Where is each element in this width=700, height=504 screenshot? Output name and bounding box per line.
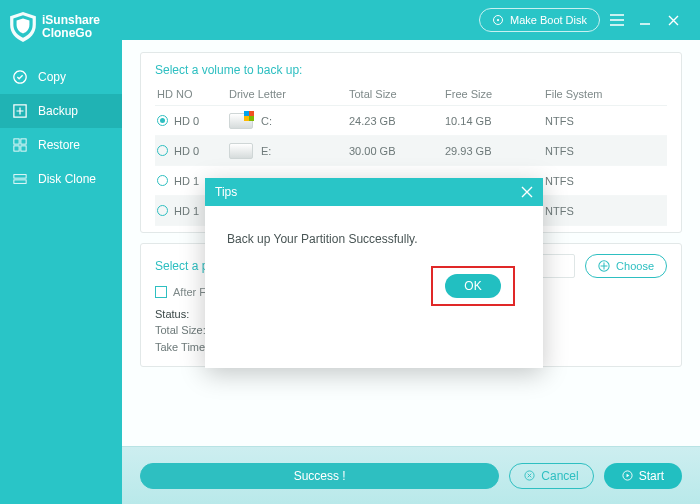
- radio-icon[interactable]: [157, 115, 168, 126]
- svg-rect-1: [14, 139, 19, 144]
- sidebar-item-label: Restore: [38, 138, 80, 152]
- cell-free: 10.14 GB: [445, 115, 545, 127]
- progress-label: Success !: [140, 463, 499, 489]
- copy-icon: [12, 69, 28, 85]
- sidebar-item-diskclone[interactable]: Disk Clone: [0, 162, 122, 196]
- table-header: HD NO Drive Letter Total Size Free Size …: [155, 83, 667, 106]
- cell-total: 24.23 GB: [349, 115, 445, 127]
- sidebar: iSunshare CloneGo Copy Backup Restore Di…: [0, 0, 122, 504]
- svg-rect-4: [21, 146, 26, 151]
- radio-icon[interactable]: [157, 175, 168, 186]
- menu-button[interactable]: [606, 9, 628, 31]
- sidebar-item-backup[interactable]: Backup: [0, 94, 122, 128]
- radio-icon[interactable]: [157, 205, 168, 216]
- cell-hd: HD 0: [174, 145, 199, 157]
- close-icon: [668, 15, 679, 26]
- dialog-close-button[interactable]: [521, 184, 533, 201]
- col-total: Total Size: [349, 88, 445, 100]
- destination-title: Select a p: [155, 259, 208, 273]
- col-fs: File System: [545, 88, 667, 100]
- restore-icon: [12, 137, 28, 153]
- sidebar-item-copy[interactable]: Copy: [0, 60, 122, 94]
- sidebar-item-label: Disk Clone: [38, 172, 96, 186]
- backup-icon: [12, 103, 28, 119]
- dialog-message: Back up Your Partition Successfully.: [205, 206, 543, 256]
- svg-rect-3: [14, 146, 19, 151]
- table-row[interactable]: HD 0 E: 30.00 GB 29.93 GB NTFS: [155, 136, 667, 166]
- dialog-titlebar[interactable]: Tips: [205, 178, 543, 206]
- checkbox-icon: [155, 286, 167, 298]
- col-drive: Drive Letter: [229, 88, 349, 100]
- start-button[interactable]: Start: [604, 463, 682, 489]
- app-title-line2: CloneGo: [42, 27, 100, 40]
- col-free: Free Size: [445, 88, 545, 100]
- windows-drive-icon: [229, 113, 253, 129]
- topbar: Make Boot Disk: [122, 0, 700, 40]
- minimize-icon: [639, 14, 651, 26]
- cell-total: 30.00 GB: [349, 145, 445, 157]
- bottombar: Success ! Cancel Start: [122, 446, 700, 504]
- dialog-title: Tips: [215, 185, 237, 199]
- col-hdno: HD NO: [155, 88, 229, 100]
- ok-highlight: OK: [431, 266, 515, 306]
- cell-free: 29.93 GB: [445, 145, 545, 157]
- disc-icon: [492, 14, 504, 26]
- minimize-button[interactable]: [634, 9, 656, 31]
- close-button[interactable]: [662, 9, 684, 31]
- cell-hd: HD 0: [174, 115, 199, 127]
- tips-dialog: Tips Back up Your Partition Successfully…: [205, 178, 543, 368]
- app-logo: iSunshare CloneGo: [0, 0, 122, 60]
- shield-icon: [10, 12, 36, 42]
- plus-circle-icon: [598, 260, 610, 272]
- svg-rect-6: [14, 180, 26, 184]
- hamburger-icon: [610, 14, 624, 26]
- radio-icon[interactable]: [157, 145, 168, 156]
- ok-button[interactable]: OK: [445, 274, 501, 298]
- make-boot-disk-button[interactable]: Make Boot Disk: [479, 8, 600, 32]
- button-label: Choose: [616, 260, 654, 272]
- button-label: Cancel: [541, 469, 578, 483]
- svg-rect-5: [14, 175, 26, 179]
- svg-point-8: [497, 19, 499, 21]
- diskclone-icon: [12, 171, 28, 187]
- cell-fs: NTFS: [545, 145, 667, 157]
- button-label: Start: [639, 469, 664, 483]
- cell-fs: NTFS: [545, 175, 667, 187]
- choose-button[interactable]: Choose: [585, 254, 667, 278]
- svg-rect-2: [21, 139, 26, 144]
- progress-bar: Success !: [140, 463, 499, 489]
- drive-icon: [229, 143, 253, 159]
- cancel-button[interactable]: Cancel: [509, 463, 593, 489]
- cell-hd: HD 1: [174, 175, 199, 187]
- cell-letter: E:: [261, 145, 271, 157]
- cell-fs: NTFS: [545, 205, 667, 217]
- sidebar-item-restore[interactable]: Restore: [0, 128, 122, 162]
- button-label: Make Boot Disk: [510, 14, 587, 26]
- sidebar-item-label: Backup: [38, 104, 78, 118]
- cell-letter: C:: [261, 115, 272, 127]
- app-title: iSunshare CloneGo: [42, 14, 100, 40]
- table-row[interactable]: HD 0 C: 24.23 GB 10.14 GB NTFS: [155, 106, 667, 136]
- cell-fs: NTFS: [545, 115, 667, 127]
- sidebar-item-label: Copy: [38, 70, 66, 84]
- cancel-icon: [524, 470, 535, 481]
- cell-hd: HD 1: [174, 205, 199, 217]
- play-icon: [622, 470, 633, 481]
- checkbox-label: After F: [173, 286, 206, 298]
- volume-panel-title: Select a volume to back up:: [155, 63, 667, 77]
- close-icon: [521, 186, 533, 198]
